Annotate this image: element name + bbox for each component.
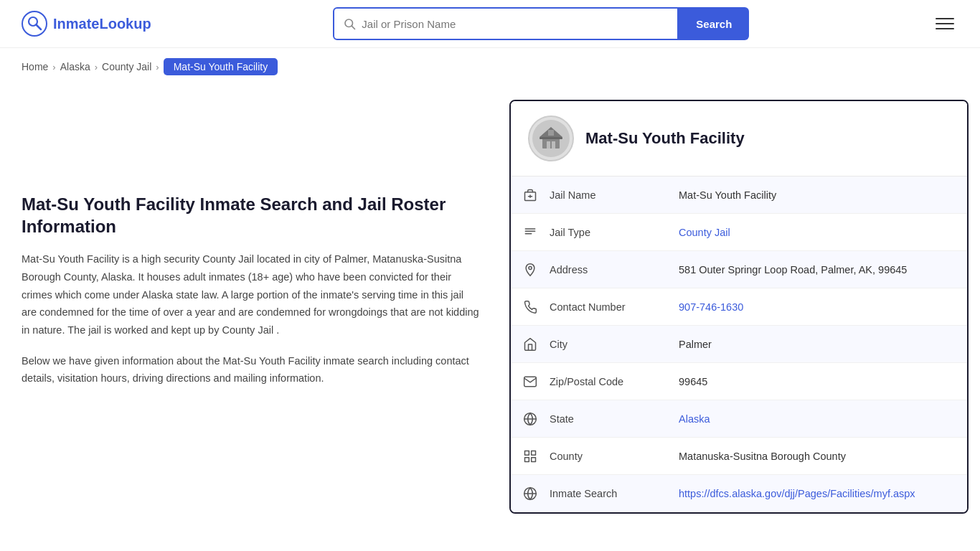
info-value-link[interactable]: Alaska bbox=[679, 413, 710, 425]
icon-type bbox=[511, 225, 550, 240]
hamburger-line-2 bbox=[936, 23, 954, 24]
icon-search bbox=[511, 486, 550, 501]
hamburger-line-1 bbox=[936, 18, 954, 19]
info-value[interactable]: County Jail bbox=[679, 227, 967, 238]
svg-point-18 bbox=[529, 266, 532, 269]
info-value[interactable]: 907-746-1630 bbox=[679, 301, 967, 313]
svg-rect-21 bbox=[525, 451, 529, 455]
info-label: Jail Name bbox=[550, 189, 679, 201]
icon-phone bbox=[511, 300, 550, 314]
logo-icon bbox=[22, 11, 47, 37]
logo-text-part1: Inmate bbox=[53, 16, 99, 32]
info-value[interactable]: Alaska bbox=[679, 413, 967, 425]
info-label: State bbox=[550, 413, 679, 425]
page-desc-1: Mat-Su Youth Facility is a high security… bbox=[22, 250, 481, 339]
info-value: 581 Outer Springr Loop Road, Palmer, AK,… bbox=[679, 264, 967, 276]
svg-rect-11 bbox=[548, 130, 554, 136]
facility-info-row: CountyMatanuska-Susitna Borough County bbox=[511, 438, 967, 475]
facility-info-row: Inmate Searchhttps://dfcs.alaska.gov/djj… bbox=[511, 475, 967, 512]
facility-info-row: Address581 Outer Springr Loop Road, Palm… bbox=[511, 251, 967, 288]
svg-rect-7 bbox=[540, 137, 562, 139]
facility-header: Mat-Su Youth Facility bbox=[511, 101, 967, 176]
facility-card: Mat-Su Youth Facility Jail NameMat-Su Yo… bbox=[509, 100, 969, 514]
right-column: Mat-Su Youth Facility Jail NameMat-Su Yo… bbox=[509, 100, 969, 514]
breadcrumb-type[interactable]: County Jail bbox=[102, 61, 151, 72]
left-column: Mat-Su Youth Facility Inmate Search and … bbox=[22, 100, 481, 514]
search-bar: Search bbox=[333, 7, 749, 40]
breadcrumb-state[interactable]: Alaska bbox=[60, 61, 90, 72]
svg-point-0 bbox=[22, 11, 47, 36]
facility-info-row: Jail NameMat-Su Youth Facility bbox=[511, 176, 967, 214]
info-label: Inmate Search bbox=[550, 488, 679, 499]
info-label: Jail Type bbox=[550, 227, 679, 238]
info-value: Mat-Su Youth Facility bbox=[679, 189, 967, 201]
facility-name: Mat-Su Youth Facility bbox=[585, 129, 745, 148]
facility-info-row: CityPalmer bbox=[511, 326, 967, 363]
svg-line-4 bbox=[352, 26, 355, 29]
info-label: County bbox=[550, 451, 679, 462]
svg-rect-9 bbox=[552, 141, 555, 149]
icon-zip bbox=[511, 375, 550, 389]
facility-building-icon bbox=[532, 120, 570, 157]
facility-avatar bbox=[528, 116, 574, 161]
breadcrumb-current: Mat-Su Youth Facility bbox=[164, 58, 278, 75]
facility-info-table: Jail NameMat-Su Youth FacilityJail TypeC… bbox=[511, 176, 967, 512]
facility-info-row: StateAlaska bbox=[511, 400, 967, 438]
icon-city bbox=[511, 337, 550, 352]
info-label: Zip/Postal Code bbox=[550, 376, 679, 387]
breadcrumb: Home › Alaska › County Jail › Mat-Su You… bbox=[0, 48, 980, 85]
info-value-link[interactable]: 907-746-1630 bbox=[679, 301, 743, 313]
icon-building bbox=[511, 188, 550, 202]
svg-rect-24 bbox=[532, 457, 536, 461]
logo-link[interactable]: InmateLookup bbox=[22, 11, 151, 37]
info-value[interactable]: https://dfcs.alaska.gov/djj/Pages/Facili… bbox=[679, 488, 967, 499]
page-title: Mat-Su Youth Facility Inmate Search and … bbox=[22, 193, 481, 237]
svg-rect-23 bbox=[525, 457, 529, 461]
info-value: Palmer bbox=[679, 339, 967, 350]
hamburger-menu[interactable] bbox=[931, 14, 958, 34]
facility-info-row: Contact Number907-746-1630 bbox=[511, 288, 967, 326]
search-input[interactable] bbox=[362, 18, 669, 30]
logo-text-part2: Lookup bbox=[99, 16, 151, 32]
site-header: InmateLookup Search bbox=[0, 0, 980, 48]
icon-location bbox=[511, 263, 550, 277]
breadcrumb-home[interactable]: Home bbox=[22, 61, 48, 72]
info-value: 99645 bbox=[679, 376, 967, 387]
info-label: Contact Number bbox=[550, 301, 679, 313]
search-icon bbox=[343, 17, 356, 30]
svg-rect-8 bbox=[547, 141, 550, 149]
info-label: Address bbox=[550, 264, 679, 276]
facility-info-row: Zip/Postal Code99645 bbox=[511, 363, 967, 400]
info-value-link[interactable]: https://dfcs.alaska.gov/djj/Pages/Facili… bbox=[679, 488, 915, 499]
logo-text: InmateLookup bbox=[53, 16, 151, 32]
info-label: City bbox=[550, 339, 679, 350]
main-content: Mat-Su Youth Facility Inmate Search and … bbox=[0, 85, 980, 542]
breadcrumb-sep-3: › bbox=[156, 62, 159, 72]
breadcrumb-sep-1: › bbox=[52, 62, 55, 72]
info-value-link[interactable]: County Jail bbox=[679, 227, 730, 238]
page-desc-2: Below we have given information about th… bbox=[22, 352, 481, 387]
icon-state bbox=[511, 412, 550, 426]
hamburger-line-3 bbox=[936, 28, 954, 29]
breadcrumb-sep-2: › bbox=[95, 62, 98, 72]
info-value: Matanuska-Susitna Borough County bbox=[679, 451, 967, 462]
search-input-wrapper bbox=[333, 7, 679, 40]
facility-info-row: Jail TypeCounty Jail bbox=[511, 214, 967, 251]
svg-rect-22 bbox=[532, 451, 536, 455]
icon-county bbox=[511, 449, 550, 463]
search-button[interactable]: Search bbox=[679, 7, 749, 40]
